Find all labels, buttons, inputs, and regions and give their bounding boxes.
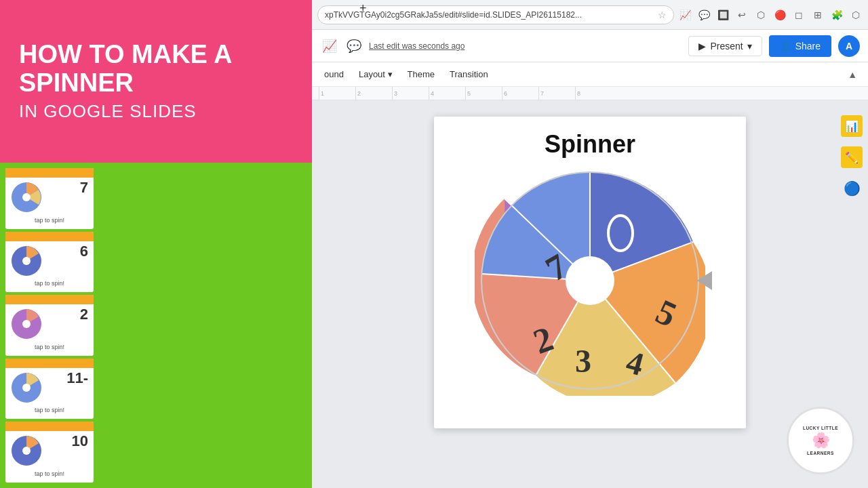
- menu-background-label: ound: [324, 69, 344, 79]
- thumb-2-num: 6: [80, 243, 88, 260]
- toolbar-right: ▶ Present ▾ 👤 Share A: [688, 35, 860, 57]
- menu-theme[interactable]: Theme: [401, 66, 441, 82]
- collapse-icon[interactable]: ▲: [842, 66, 863, 83]
- url-bar[interactable]: xpTkVVGTGAy0i2cg5GRakJa5s/edit#slide=id.…: [317, 5, 674, 24]
- browser-icon-6[interactable]: 🔴: [773, 8, 787, 22]
- thumb-1[interactable]: 7 tap to spin!: [5, 168, 94, 229]
- menu-layout[interactable]: Layout ▾: [352, 66, 399, 82]
- menu-layout-label: Layout ▾: [359, 69, 393, 79]
- browser-icon-3[interactable]: 🔲: [716, 8, 730, 22]
- menu-theme-label: Theme: [408, 69, 435, 79]
- browser-icon-2[interactable]: 💬: [697, 8, 711, 22]
- svg-point-7: [22, 384, 31, 392]
- bookmark-icon[interactable]: ☆: [658, 9, 667, 20]
- spinner-pointer: [697, 271, 712, 290]
- menu-transition-label: Transition: [450, 69, 488, 79]
- svg-point-24: [571, 262, 609, 300]
- browser-icon-7[interactable]: ◻: [792, 8, 806, 22]
- ruler-mark-6: 6: [502, 87, 538, 100]
- thumb-3[interactable]: 2 tap to spin!: [5, 295, 94, 356]
- avatar[interactable]: A: [838, 35, 860, 57]
- thumb-3-text: tap to spin!: [35, 344, 64, 350]
- present-dropdown-icon[interactable]: ▾: [747, 41, 752, 52]
- logo-text-bottom: LEARNERS: [807, 451, 834, 455]
- menu-background[interactable]: ound: [317, 66, 351, 82]
- panel-icon-chart[interactable]: 📊: [841, 115, 863, 137]
- ruler-mark-5: 5: [465, 87, 502, 100]
- browser-icon-9[interactable]: 🧩: [830, 8, 844, 22]
- logo-text-top: LUCKY LITTLE: [803, 426, 838, 431]
- present-icon: ▶: [698, 41, 706, 52]
- svg-point-5: [22, 320, 31, 328]
- green-spacer-1: [96, 168, 171, 483]
- panel-icon-edit[interactable]: ✏️: [841, 146, 863, 168]
- comment-icon[interactable]: 💬: [344, 37, 363, 56]
- browser-bar: xpTkVVGTGAy0i2cg5GRakJa5s/edit#slide=id.…: [312, 0, 868, 30]
- thumb-5[interactable]: 10 tap to spin!: [5, 422, 94, 483]
- thumb-1-num: 7: [80, 179, 88, 197]
- menu-bar: ound Layout ▾ Theme Transition ▲: [312, 62, 868, 87]
- panel-icon-circle[interactable]: 🔵: [841, 178, 863, 199]
- ruler-mark-4: 4: [429, 87, 465, 100]
- spinner-container[interactable]: 5 4 3 2 7: [475, 165, 705, 396]
- thumb-1-text: tap to spin!: [35, 217, 64, 224]
- svg-point-3: [22, 257, 31, 265]
- thumb-4-text: tap to spin!: [35, 407, 64, 413]
- cursor-plus: +: [359, 1, 367, 16]
- ruler-mark-2: 2: [355, 87, 392, 100]
- share-label: Share: [795, 41, 821, 52]
- main-title: HOW TO MAKE ASPINNER: [19, 41, 293, 98]
- slide-canvas[interactable]: Spinner: [434, 117, 746, 428]
- browser-icon-4[interactable]: ↩: [735, 8, 749, 22]
- svg-point-1: [22, 193, 31, 201]
- slides-app: xpTkVVGTGAy0i2cg5GRakJa5s/edit#slide=id.…: [312, 0, 868, 488]
- thumb-2[interactable]: 6 tap to spin!: [5, 232, 94, 293]
- present-label: Present: [710, 41, 743, 52]
- svg-text:3: 3: [575, 343, 591, 379]
- menu-transition[interactable]: Transition: [443, 66, 495, 82]
- right-panel: 📊 ✏️ 🔵: [841, 115, 863, 199]
- ruler-marks: 1 2 3 4 5 6 7 8: [319, 87, 612, 100]
- slide-title: Spinner: [545, 130, 635, 159]
- ruler-mark-7: 7: [538, 87, 575, 100]
- browser-icon-5[interactable]: ⬡: [754, 8, 768, 22]
- present-button[interactable]: ▶ Present ▾: [688, 36, 762, 56]
- thumb-4[interactable]: 11- tap to spin!: [5, 359, 94, 420]
- share-person-icon: 👤: [780, 41, 791, 52]
- ruler-mark-8: 8: [575, 87, 612, 100]
- thumb-4-num: 11-: [66, 369, 88, 387]
- svg-point-9: [22, 447, 31, 455]
- left-thumbnails: 7 tap to spin! 6 tap to spin! 2: [0, 163, 312, 488]
- thumb-5-text: tap to spin!: [35, 470, 64, 477]
- last-edit-text[interactable]: Last edit was seconds ago: [369, 41, 465, 51]
- logo-badge: LUCKY LITTLE 🌸 LEARNERS: [787, 407, 854, 474]
- title-overlay: HOW TO MAKE ASPINNER IN GOOGLE SLIDES: [0, 0, 312, 163]
- url-text: xpTkVVGTGAy0i2cg5GRakJa5s/edit#slide=id.…: [325, 10, 654, 20]
- slides-toolbar: 📈 💬 Last edit was seconds ago ▶ Present …: [312, 30, 868, 62]
- browser-icon-10[interactable]: ⬡: [849, 8, 863, 22]
- ruler-mark-1: 1: [319, 87, 355, 100]
- browser-actions: 📈 💬 🔲 ↩ ⬡ 🔴 ◻ ⊞ 🧩 ⬡: [678, 8, 863, 22]
- thumb-3-num: 2: [80, 306, 88, 323]
- ruler-mark-3: 3: [392, 87, 429, 100]
- ruler: 1 2 3 4 5 6 7 8: [312, 87, 868, 100]
- browser-icon-8[interactable]: ⊞: [811, 8, 825, 22]
- logo-flower-icon: 🌸: [812, 432, 830, 449]
- share-button[interactable]: 👤 Share: [769, 35, 831, 57]
- sub-title: IN GOOGLE SLIDES: [19, 101, 293, 122]
- thumb-5-num: 10: [72, 432, 88, 450]
- main-content: Spinner: [312, 100, 868, 488]
- spinner-svg: 5 4 3 2 7: [475, 165, 705, 396]
- browser-icon-1[interactable]: 📈: [678, 8, 692, 22]
- thumb-col-1: 7 tap to spin! 6 tap to spin! 2: [5, 168, 94, 483]
- thumb-2-text: tap to spin!: [35, 280, 64, 287]
- trend-icon[interactable]: 📈: [320, 37, 339, 56]
- green-spacer-2: [174, 168, 235, 483]
